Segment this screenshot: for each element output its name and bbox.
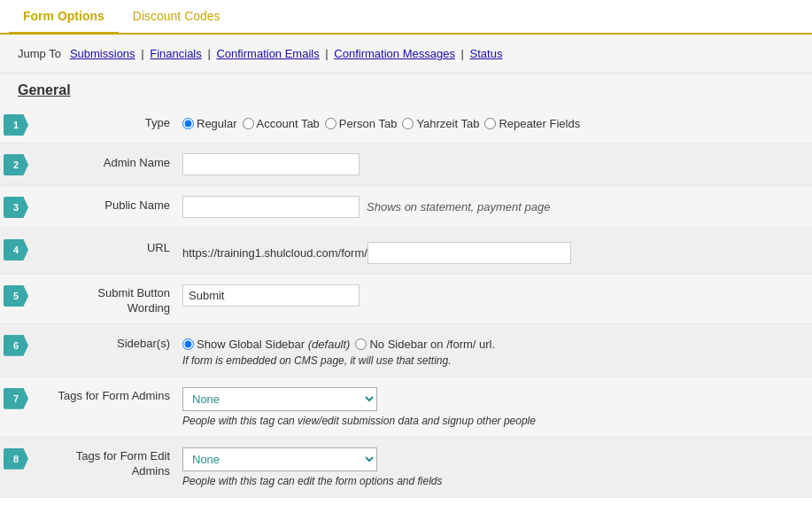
public-name-note: Shows on statement, payment page <box>367 200 550 214</box>
tab-discount-codes[interactable]: Discount Codes <box>119 0 235 35</box>
badge-6: 6 <box>4 335 28 356</box>
label-type: Type <box>32 111 182 131</box>
jump-confirmation-emails[interactable]: Confirmation Emails <box>216 47 319 60</box>
tags-form-edit-admins-select[interactable]: None <box>182 447 377 471</box>
row-num-7: 7 <box>0 385 32 409</box>
separator-4: | <box>461 47 468 60</box>
radio-regular[interactable]: Regular <box>182 117 237 130</box>
row-submit-wording: 5 Submit ButtonWording <box>0 275 812 324</box>
row-num-2: 2 <box>0 151 32 175</box>
radio-yahrzeit-tab-input[interactable] <box>402 118 414 129</box>
type-radio-group: Regular Account Tab Person Tab Yahrzeit … <box>182 113 803 130</box>
url-base-text: https://training1.shulcloud.com/form/ <box>182 246 367 260</box>
radio-no-sidebar-input[interactable] <box>355 338 367 350</box>
content-tags-form-admins: None People with this tag can view/edit … <box>182 385 812 430</box>
content-tags-form-edit-admins: None People with this tag can edit the f… <box>182 445 812 490</box>
main-content: Jump To Submissions | Financials | Confi… <box>0 35 812 498</box>
label-submit-wording: Submit ButtonWording <box>32 282 182 316</box>
badge-2: 2 <box>4 154 28 175</box>
general-title: General <box>18 82 794 98</box>
radio-no-sidebar[interactable]: No Sidebar on /form/ url. <box>355 338 495 351</box>
sidebar-radio-group: Show Global Sidebar (default) No Sidebar… <box>182 334 803 351</box>
content-url: https://training1.shulcloud.com/form/ <box>182 236 812 267</box>
content-type: Regular Account Tab Person Tab Yahrzeit … <box>182 111 812 133</box>
radio-person-tab[interactable]: Person Tab <box>325 117 398 130</box>
badge-4: 4 <box>4 239 28 260</box>
radio-repeater-fields-input[interactable] <box>484 118 496 129</box>
radio-no-sidebar-label: No Sidebar on /form/ url. <box>369 338 495 351</box>
label-admin-name: Admin Name <box>32 151 182 171</box>
radio-yahrzeit-tab-label: Yahrzeit Tab <box>416 117 479 130</box>
radio-repeater-fields[interactable]: Repeater Fields <box>484 117 580 130</box>
tags-form-admins-note: People with this tag can view/edit submi… <box>182 415 803 427</box>
radio-regular-label: Regular <box>197 117 237 130</box>
label-public-name: Public Name <box>32 193 182 214</box>
label-url: URL <box>32 236 182 256</box>
badge-5: 5 <box>4 285 28 307</box>
jump-status[interactable]: Status <box>470 47 503 60</box>
row-num-5: 5 <box>0 282 32 307</box>
content-public-name: Shows on statement, payment page <box>182 193 812 221</box>
separator-2: | <box>207 47 213 60</box>
sidebar-note: If form is embedded on CMS page, it will… <box>182 354 803 367</box>
radio-person-tab-label: Person Tab <box>339 117 398 130</box>
row-admin-name: 2 Admin Name <box>0 144 812 186</box>
badge-8: 8 <box>4 448 28 470</box>
radio-show-sidebar[interactable]: Show Global Sidebar (default) <box>182 338 350 351</box>
row-tags-form-edit-admins: 8 Tags for Form EditAdmins None People w… <box>0 438 812 498</box>
tab-bar: Form Options Discount Codes <box>0 0 812 35</box>
radio-account-tab-input[interactable] <box>243 118 254 129</box>
radio-yahrzeit-tab[interactable]: Yahrzeit Tab <box>402 117 479 130</box>
url-suffix-input[interactable] <box>367 242 571 264</box>
content-admin-name <box>182 151 812 178</box>
row-num-4: 4 <box>0 236 32 260</box>
radio-show-sidebar-input[interactable] <box>182 338 194 350</box>
row-num-1: 1 <box>0 111 32 136</box>
radio-account-tab-label: Account Tab <box>257 117 320 130</box>
badge-3: 3 <box>4 197 28 218</box>
row-public-name: 3 Public Name Shows on statement, paymen… <box>0 186 812 229</box>
tags-form-edit-admins-note: People with this tag can edit the form o… <box>182 475 803 487</box>
row-num-3: 3 <box>0 193 32 218</box>
badge-7: 7 <box>4 388 28 409</box>
content-submit-wording <box>182 282 812 309</box>
jump-to-bar: Jump To Submissions | Financials | Confi… <box>0 35 812 74</box>
label-tags-form-admins: Tags for Form Admins <box>32 385 182 404</box>
row-tags-form-admins: 7 Tags for Form Admins None People with … <box>0 377 812 438</box>
separator-3: | <box>325 47 331 60</box>
label-sidebars: Sidebar(s) <box>32 331 182 352</box>
content-sidebars: Show Global Sidebar (default) No Sidebar… <box>182 331 812 369</box>
radio-account-tab[interactable]: Account Tab <box>243 117 320 130</box>
tab-form-options[interactable]: Form Options <box>9 0 119 35</box>
general-section-header: General <box>0 74 812 104</box>
jump-confirmation-messages[interactable]: Confirmation Messages <box>334 47 455 60</box>
row-num-6: 6 <box>0 331 32 356</box>
label-tags-form-edit-admins: Tags for Form EditAdmins <box>32 445 182 479</box>
radio-regular-input[interactable] <box>182 118 194 129</box>
tabs-container: Form Options Discount Codes <box>0 0 812 35</box>
badge-1: 1 <box>4 114 28 136</box>
row-url: 4 URL https://training1.shulcloud.com/fo… <box>0 229 812 275</box>
row-type: 1 Type Regular Account Tab Person Tab <box>0 104 812 144</box>
submit-wording-input[interactable] <box>182 284 360 307</box>
row-num-8: 8 <box>0 445 32 470</box>
jump-submissions[interactable]: Submissions <box>70 47 135 60</box>
jump-to-label: Jump To <box>18 47 61 60</box>
row-sidebars: 6 Sidebar(s) Show Global Sidebar (defaul… <box>0 324 812 377</box>
jump-to-links: Submissions | Financials | Confirmation … <box>70 47 502 60</box>
public-name-input[interactable] <box>182 196 360 218</box>
admin-name-input[interactable] <box>182 153 360 175</box>
jump-financials[interactable]: Financials <box>150 47 202 60</box>
separator-1: | <box>141 47 147 60</box>
radio-repeater-fields-label: Repeater Fields <box>499 117 580 130</box>
radio-person-tab-input[interactable] <box>325 118 336 129</box>
url-display: https://training1.shulcloud.com/form/ <box>182 238 803 264</box>
radio-show-sidebar-label: Show Global Sidebar (default) <box>197 338 350 351</box>
tags-form-admins-select[interactable]: None <box>182 387 377 411</box>
